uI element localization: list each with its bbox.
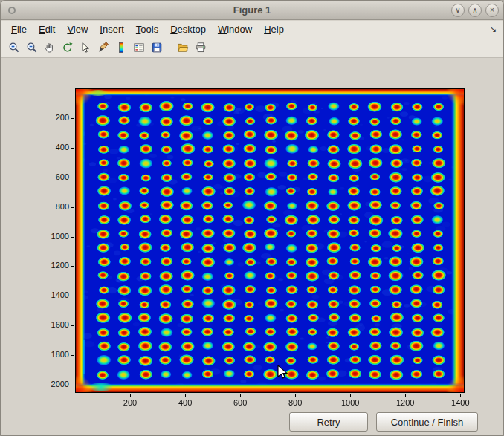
rotate-3d-icon[interactable] bbox=[59, 39, 76, 56]
y-tick-label: 2000 bbox=[33, 380, 69, 388]
colorbar-icon[interactable] bbox=[113, 39, 129, 56]
y-tick-mark bbox=[71, 325, 74, 326]
y-tick-label: 1000 bbox=[33, 232, 69, 241]
y-tick-mark bbox=[71, 266, 74, 267]
y-tick-label: 400 bbox=[33, 143, 69, 152]
menu-window[interactable]: Window bbox=[212, 22, 258, 37]
continue-finish-button[interactable]: Continue / Finish bbox=[376, 412, 478, 432]
close-button[interactable]: × bbox=[485, 4, 499, 17]
shade-button[interactable]: ∨ bbox=[451, 4, 465, 17]
y-tick-mark bbox=[71, 237, 74, 238]
x-tick-label: 1400 bbox=[444, 398, 476, 407]
x-tick-label: 400 bbox=[169, 398, 201, 407]
toolbar bbox=[1, 38, 503, 58]
y-tick-mark bbox=[71, 178, 74, 178]
retry-button[interactable]: Retry bbox=[289, 412, 368, 432]
y-tick-label: 1200 bbox=[33, 261, 69, 270]
figure-area: Retry Continue / Finish 2004006008001000… bbox=[1, 58, 504, 436]
data-cursor-icon[interactable] bbox=[77, 39, 94, 56]
x-tick-mark bbox=[405, 394, 406, 397]
menu-edit[interactable]: Edit bbox=[33, 22, 61, 37]
y-tick-mark bbox=[71, 207, 74, 208]
y-tick-label: 600 bbox=[33, 172, 69, 181]
window-title: Figure 1 bbox=[1, 4, 503, 16]
menu-help[interactable]: Help bbox=[258, 22, 290, 37]
y-tick-label: 1400 bbox=[33, 290, 69, 299]
figure-window: Figure 1 ∨ ∧ × FileEditViewInsertToolsDe… bbox=[0, 0, 504, 436]
save-icon[interactable] bbox=[149, 39, 165, 56]
menu-insert[interactable]: Insert bbox=[94, 22, 130, 37]
x-tick-mark bbox=[240, 394, 241, 397]
pan-icon[interactable] bbox=[42, 39, 58, 56]
brush-icon[interactable] bbox=[95, 39, 112, 56]
x-tick-mark bbox=[130, 394, 131, 397]
y-tick-label: 200 bbox=[33, 113, 69, 122]
x-tick-label: 1200 bbox=[389, 398, 421, 407]
x-tick-mark bbox=[185, 394, 186, 397]
open-icon[interactable] bbox=[175, 39, 191, 56]
y-tick-mark bbox=[71, 118, 74, 119]
titlebar[interactable]: Figure 1 ∨ ∧ × bbox=[1, 1, 503, 20]
menubar: FileEditViewInsertToolsDesktopWindowHelp… bbox=[1, 21, 503, 38]
x-tick-mark bbox=[460, 394, 461, 397]
menu-file[interactable]: File bbox=[5, 22, 33, 37]
y-tick-mark bbox=[71, 385, 74, 385]
menu-desktop[interactable]: Desktop bbox=[164, 22, 212, 37]
menu-tools[interactable]: Tools bbox=[130, 22, 164, 37]
x-tick-label: 1000 bbox=[334, 398, 366, 407]
zoom-out-icon[interactable] bbox=[24, 39, 40, 56]
maximize-button[interactable]: ∧ bbox=[468, 4, 482, 17]
y-tick-label: 1800 bbox=[33, 350, 69, 359]
y-tick-label: 1600 bbox=[33, 320, 69, 329]
print-icon[interactable] bbox=[193, 39, 209, 56]
plot-canvas[interactable] bbox=[76, 89, 464, 392]
y-tick-mark bbox=[71, 355, 74, 356]
window-controls: ∨ ∧ × bbox=[451, 4, 499, 17]
zoom-in-icon[interactable] bbox=[6, 39, 22, 56]
menubar-resize-icon[interactable]: ↘ bbox=[490, 25, 497, 34]
x-tick-label: 800 bbox=[279, 398, 311, 407]
x-tick-mark bbox=[350, 394, 351, 397]
x-tick-label: 200 bbox=[114, 398, 146, 407]
y-tick-mark bbox=[71, 148, 74, 149]
y-tick-mark bbox=[71, 296, 74, 296]
y-tick-label: 800 bbox=[33, 202, 69, 211]
menu-view[interactable]: View bbox=[61, 22, 94, 37]
x-tick-mark bbox=[295, 394, 296, 397]
x-tick-label: 600 bbox=[224, 398, 256, 407]
legend-icon[interactable] bbox=[131, 39, 147, 56]
plot-frame bbox=[75, 88, 465, 393]
